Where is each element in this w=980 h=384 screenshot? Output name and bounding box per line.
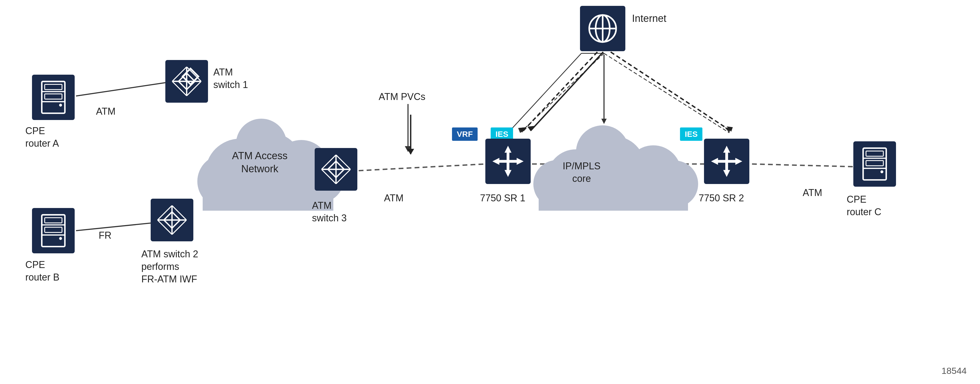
atm-line-label-1: ATM <box>96 105 116 118</box>
svg-point-76 <box>881 170 883 173</box>
cpe-router-b-icon <box>32 208 75 253</box>
svg-rect-23 <box>45 84 62 89</box>
svg-rect-24 <box>45 94 62 99</box>
svg-marker-67 <box>723 170 730 177</box>
svg-rect-64 <box>539 181 688 211</box>
vrf-badge: VRF <box>452 127 477 141</box>
cpe-router-a-label: CPErouter A <box>25 125 59 150</box>
svg-marker-55 <box>493 158 500 165</box>
fr-line-label: FR <box>99 229 111 242</box>
svg-line-0 <box>76 83 165 96</box>
svg-marker-15 <box>405 146 411 152</box>
svg-point-25 <box>59 104 62 107</box>
svg-marker-52 <box>504 146 511 153</box>
internet-label: Internet <box>632 12 667 25</box>
page-number: 18544 <box>941 366 967 376</box>
svg-line-4 <box>752 164 853 167</box>
ip-mpls-label: IP/MPLScore <box>563 160 601 185</box>
atm-switch-2-label: ATM switch 2performsFR-ATM IWF <box>142 248 198 285</box>
atm-switch-3-icon <box>315 148 357 191</box>
atm-switch-3-label: ATMswitch 3 <box>312 199 347 225</box>
svg-rect-56 <box>498 160 518 163</box>
svg-rect-34 <box>45 218 62 223</box>
sr2-label: 7750 SR 2 <box>698 192 744 204</box>
cpe-router-c-icon <box>853 141 896 186</box>
svg-rect-69 <box>717 160 737 163</box>
atm-access-network-label: ATM AccessNetwork <box>232 149 288 176</box>
svg-marker-70 <box>735 158 742 165</box>
cpe-router-a-icon <box>32 75 75 120</box>
ies-badge-2: IES <box>680 127 702 141</box>
atm-pvcs-label: ATM PVCs <box>379 91 425 103</box>
svg-rect-75 <box>866 161 883 166</box>
svg-rect-20 <box>42 81 65 113</box>
svg-rect-71 <box>863 148 886 180</box>
atm-line-label-3: ATM <box>384 192 404 204</box>
svg-rect-31 <box>42 215 65 246</box>
sr1-label: 7750 SR 1 <box>480 192 525 204</box>
svg-rect-74 <box>866 151 883 156</box>
cpe-router-b-label: CPErouter B <box>25 259 59 284</box>
svg-line-2 <box>359 164 485 170</box>
svg-rect-35 <box>45 227 62 233</box>
atm-line-label-sr2: ATM <box>803 186 822 199</box>
atm-switch-1-label: ATMswitch 1 <box>213 66 248 91</box>
svg-marker-54 <box>504 170 511 177</box>
atm-switch-1-icon <box>165 60 208 103</box>
internet-icon <box>580 6 625 51</box>
sr2-icon <box>704 139 749 184</box>
svg-line-1 <box>76 223 155 231</box>
diagram-container: Internet CPErouter A ATM <box>0 0 980 384</box>
cpe-router-c-label: CPErouter C <box>847 193 881 218</box>
svg-marker-65 <box>723 146 730 153</box>
svg-point-36 <box>59 237 62 240</box>
